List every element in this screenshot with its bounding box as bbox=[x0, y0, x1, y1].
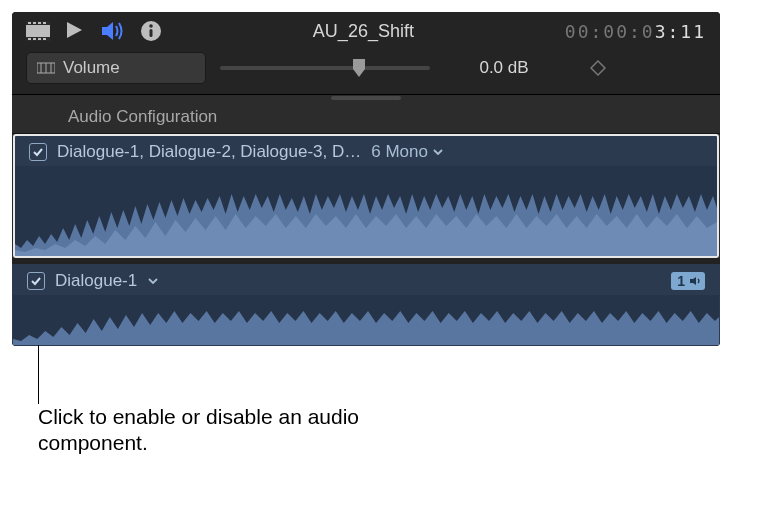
video-filmstrip-icon[interactable] bbox=[26, 21, 50, 41]
svg-rect-13 bbox=[150, 29, 153, 37]
svg-rect-8 bbox=[33, 38, 36, 40]
timecode-bright: 3:11 bbox=[655, 21, 706, 42]
svg-point-12 bbox=[149, 24, 153, 28]
svg-rect-5 bbox=[38, 22, 41, 24]
keyframe-button[interactable] bbox=[578, 60, 618, 76]
svg-rect-7 bbox=[28, 38, 31, 40]
component-name: Dialogue-1 bbox=[55, 271, 137, 291]
waveform-display bbox=[15, 166, 717, 256]
timecode-dim: 00:00:0 bbox=[565, 21, 655, 42]
waveform-display bbox=[13, 295, 719, 345]
component-enable-checkbox[interactable] bbox=[29, 143, 47, 161]
component-enable-checkbox[interactable] bbox=[27, 272, 45, 290]
volume-slider[interactable] bbox=[220, 66, 430, 70]
chevron-down-icon bbox=[432, 146, 444, 158]
help-callout: Click to enable or disable an audio comp… bbox=[38, 404, 438, 457]
svg-rect-4 bbox=[33, 22, 36, 24]
audio-component[interactable]: Dialogue-1, Dialogue-2, Dialogue-3, D… 6… bbox=[13, 134, 719, 258]
svg-rect-3 bbox=[28, 22, 31, 24]
volume-label: Volume bbox=[63, 58, 120, 78]
svg-rect-9 bbox=[38, 38, 41, 40]
color-inspector-icon[interactable] bbox=[64, 20, 86, 42]
inspector-header: AU_26_Shift 00:00:03:11 bbox=[12, 12, 720, 48]
callout-leader-line bbox=[38, 344, 39, 404]
audio-speaker-icon[interactable] bbox=[100, 20, 126, 42]
speaker-icon bbox=[689, 276, 701, 286]
audio-inspector-panel: AU_26_Shift 00:00:03:11 Volume 0.0 dB Au… bbox=[12, 12, 720, 346]
audio-component[interactable]: Dialogue-1 1 bbox=[12, 264, 720, 346]
volume-slider-knob[interactable] bbox=[351, 59, 367, 77]
audio-configuration-header: Audio Configuration bbox=[12, 101, 720, 134]
callout-text: Click to enable or disable an audio comp… bbox=[38, 404, 438, 457]
volume-value[interactable]: 0.0 dB bbox=[444, 58, 564, 78]
clip-title: AU_26_Shift bbox=[313, 21, 414, 42]
channel-badge[interactable]: 1 bbox=[671, 272, 705, 290]
volume-parameter-button[interactable]: Volume bbox=[26, 52, 206, 84]
svg-rect-10 bbox=[43, 38, 46, 40]
svg-rect-6 bbox=[43, 22, 46, 24]
parameter-icon bbox=[37, 61, 55, 75]
volume-parameter-row: Volume 0.0 dB bbox=[12, 48, 720, 95]
channel-config-menu[interactable]: 6 Mono bbox=[371, 142, 444, 162]
timecode-display: 00:00:03:11 bbox=[565, 21, 706, 42]
info-icon[interactable] bbox=[140, 20, 162, 42]
component-name: Dialogue-1, Dialogue-2, Dialogue-3, D… bbox=[57, 142, 361, 162]
chevron-down-icon[interactable] bbox=[147, 275, 159, 287]
